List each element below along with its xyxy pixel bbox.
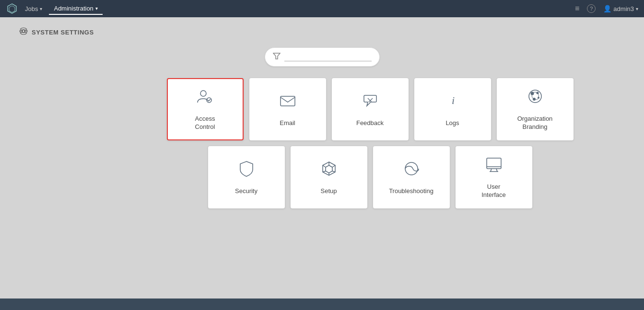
setup-icon	[320, 160, 338, 182]
menu-icon[interactable]: ≡	[575, 4, 579, 13]
feedback-icon	[361, 92, 379, 114]
card-security[interactable]: Security	[208, 146, 285, 208]
logo[interactable]	[6, 2, 18, 15]
logs-icon: i	[444, 92, 462, 114]
jobs-nav[interactable]: Jobs ▾	[20, 3, 47, 14]
access-control-icon	[196, 87, 214, 109]
administration-nav[interactable]: Administration ▾	[49, 3, 102, 15]
top-navigation: Jobs ▾ Administration ▾ ≡ ? 👤 admin3 ▾	[0, 0, 644, 17]
main-content: SYSTEM SETTINGS	[0, 17, 644, 299]
search-container	[19, 47, 625, 67]
card-feedback-label: Feedback	[356, 119, 384, 127]
card-access-control-label: AccessControl	[195, 115, 215, 131]
card-org-branding[interactable]: OrganizationBranding	[497, 78, 574, 140]
svg-point-3	[20, 30, 23, 33]
troubleshooting-icon	[402, 160, 421, 182]
search-input[interactable]	[284, 53, 372, 61]
system-settings-title: SYSTEM SETTINGS	[32, 29, 94, 36]
card-setup-label: Setup	[321, 187, 337, 195]
card-email[interactable]: Email	[249, 78, 326, 140]
card-logs[interactable]: i Logs	[414, 78, 491, 140]
card-security-label: Security	[235, 187, 258, 195]
card-user-interface-label: UserInterface	[481, 183, 506, 199]
security-icon	[237, 160, 256, 182]
card-feedback[interactable]: Feedback	[332, 78, 409, 140]
cards-row-1: AccessControl Email	[167, 78, 574, 140]
card-troubleshooting-label: Troubleshooting	[389, 187, 433, 195]
card-setup[interactable]: Setup	[291, 146, 367, 208]
org-branding-icon	[526, 87, 544, 109]
user-menu[interactable]: 👤 admin3 ▾	[603, 5, 638, 12]
svg-marker-5	[273, 53, 280, 59]
help-icon[interactable]: ?	[587, 4, 596, 13]
search-bar	[265, 47, 380, 67]
svg-marker-1	[9, 6, 15, 12]
bottom-bar	[0, 299, 644, 310]
svg-point-4	[25, 30, 27, 33]
card-access-control[interactable]: AccessControl	[167, 78, 244, 140]
settings-icon	[19, 27, 28, 38]
nav-right: ≡ ? 👤 admin3 ▾	[575, 4, 638, 13]
email-icon	[279, 92, 297, 114]
cards-row-2: Security Setup	[208, 146, 532, 208]
card-email-label: Email	[280, 119, 295, 127]
svg-rect-8	[281, 96, 295, 106]
card-user-interface[interactable]: UserInterface	[456, 146, 532, 208]
filter-icon	[273, 52, 281, 62]
card-troubleshooting[interactable]: Troubleshooting	[373, 146, 450, 208]
user-icon: 👤	[603, 5, 611, 12]
user-interface-icon	[485, 155, 503, 177]
svg-point-6	[200, 91, 206, 96]
svg-point-15	[405, 162, 418, 175]
svg-text:i: i	[452, 94, 455, 106]
card-logs-label: Logs	[445, 119, 459, 127]
cards-grid: AccessControl Email	[115, 78, 625, 208]
nav-left: Jobs ▾ Administration ▾	[6, 2, 103, 15]
card-org-branding-label: OrganizationBranding	[517, 115, 553, 131]
system-settings-header: SYSTEM SETTINGS	[19, 27, 625, 38]
